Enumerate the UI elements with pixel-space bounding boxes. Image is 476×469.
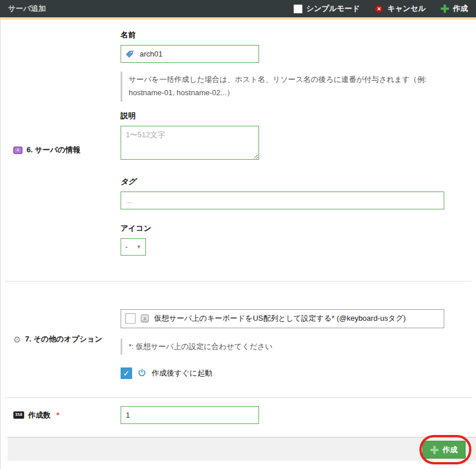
name-help-text: サーバを一括作成した場合は、ホスト名、リソース名の後ろに連番が付与されます（例:… xyxy=(121,72,456,102)
icon-select-value: - xyxy=(125,242,128,251)
create-count-field xyxy=(121,406,476,424)
row-create-count: 358 作成数 * xyxy=(1,398,476,437)
numeric-counter-icon: 358 xyxy=(13,411,24,419)
create-count-label-group: 358 作成数 * xyxy=(1,410,121,421)
section-other-options-label: ⚙ 7. その他のオプション xyxy=(1,282,121,398)
gear-icon: ⚙ xyxy=(13,335,21,344)
section-server-info: i 6. サーバの情報 名前 サーバを一括作成した場合は、ホスト名、リソース名の… xyxy=(1,20,476,281)
section-other-options-fields: A 仮想サーバ上のキーボードをUS配列として設定する* (@keyboard-u… xyxy=(121,282,476,398)
icon-label: アイコン xyxy=(121,223,467,234)
create-button-label: 作成 xyxy=(443,445,458,455)
section-server-info-title: 6. サーバの情報 xyxy=(27,145,80,155)
icon-select[interactable]: - ▼ xyxy=(121,238,146,256)
name-input-wrap xyxy=(121,45,259,63)
form-content: i 6. サーバの情報 名前 サーバを一括作成した場合は、ホスト名、リソース名の… xyxy=(0,20,476,469)
keyboard-key-icon: A xyxy=(141,314,149,322)
required-asterisk: * xyxy=(57,411,59,419)
plus-icon xyxy=(441,5,449,13)
boot-after-create-checkbox[interactable]: ✓ xyxy=(121,367,132,379)
chevron-down-icon: ▼ xyxy=(136,244,141,250)
keyboard-us-option-row: A 仮想サーバ上のキーボードをUS配列として設定する* (@keyboard-u… xyxy=(121,309,444,328)
title-bar-actions: シンプルモード × キャンセル 作成 xyxy=(294,3,468,14)
section-server-info-fields: 名前 サーバを一括作成した場合は、ホスト名、リソース名の後ろに連番が付与されます… xyxy=(121,20,476,281)
boot-after-create-row: ✓ 作成後すぐに起動 xyxy=(121,367,467,379)
create-label-header[interactable]: 作成 xyxy=(453,3,468,14)
plus-icon xyxy=(430,446,438,454)
cancel-button[interactable]: × キャンセル xyxy=(374,3,426,14)
section-server-info-label: i 6. サーバの情報 xyxy=(1,20,121,281)
tag-icon xyxy=(125,50,135,60)
cancel-label[interactable]: キャンセル xyxy=(387,3,426,14)
keyboard-us-label[interactable]: 仮想サーバ上のキーボードをUS配列として設定する* (@keyboard-usタ… xyxy=(154,313,406,324)
keyboard-us-checkbox[interactable] xyxy=(125,313,136,324)
create-count-label: 作成数 xyxy=(28,410,51,421)
create-button[interactable]: 作成 xyxy=(422,441,466,459)
cancel-x-icon: × xyxy=(374,5,383,13)
keyboard-us-note: *: 仮想サーバ上の設定に合わせてください xyxy=(121,339,456,355)
footer-bar: 作成 xyxy=(8,437,476,461)
create-button-header[interactable]: 作成 xyxy=(441,3,468,14)
section-other-options-title: 7. その他のオプション xyxy=(25,334,102,344)
tags-input[interactable] xyxy=(121,192,444,209)
title-bar: サーバ追加 シンプルモード × キャンセル 作成 xyxy=(0,0,476,17)
boot-after-create-label[interactable]: 作成後すぐに起動 xyxy=(152,368,212,378)
section-other-options: ⚙ 7. その他のオプション A 仮想サーバ上のキーボードをUS配列として設定す… xyxy=(1,282,476,398)
create-count-input[interactable] xyxy=(121,406,259,424)
description-textarea[interactable] xyxy=(121,126,259,160)
info-card-icon: i xyxy=(13,147,23,154)
simple-mode-label[interactable]: シンプルモード xyxy=(306,3,360,14)
tags-label: タグ xyxy=(121,177,467,187)
simple-mode-toggle[interactable]: シンプルモード xyxy=(294,3,360,14)
name-label: 名前 xyxy=(121,30,467,40)
name-input[interactable] xyxy=(121,45,259,63)
description-label: 説明 xyxy=(121,111,467,121)
power-icon xyxy=(137,368,147,379)
page-title: サーバ追加 xyxy=(8,3,46,14)
simple-mode-checkbox[interactable] xyxy=(294,5,302,13)
